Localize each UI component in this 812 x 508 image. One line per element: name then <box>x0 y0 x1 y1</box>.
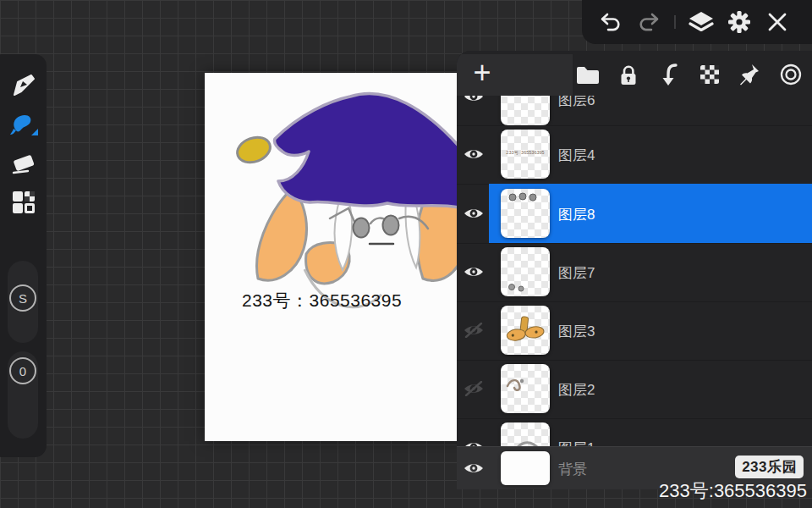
pin-icon <box>738 62 763 87</box>
layer-row-selected[interactable]: 图层8 <box>457 184 812 244</box>
layer-name: 背景 <box>558 460 587 479</box>
blend-spiral-button[interactable] <box>778 62 804 87</box>
brush-size-knob[interactable]: S <box>9 284 36 312</box>
eraser-icon <box>9 149 38 178</box>
redo-button[interactable] <box>634 8 664 36</box>
toolbar-divider <box>674 15 676 29</box>
layer-thumbnail <box>501 306 550 355</box>
layer-row-partial[interactable]: 图层6 <box>457 96 812 126</box>
folder-icon <box>575 64 601 86</box>
swatches-icon <box>9 188 38 217</box>
watermark-badge: 233乐园 <box>735 456 804 478</box>
merge-down-button[interactable] <box>656 62 682 87</box>
layers-icon <box>689 10 714 34</box>
swatches-tool[interactable] <box>0 183 47 222</box>
wizard-hat <box>274 94 475 212</box>
visibility-toggle[interactable] <box>463 96 485 104</box>
pen-tool[interactable] <box>0 66 47 105</box>
visibility-toggle[interactable] <box>463 206 485 221</box>
left-toolbar: S 0 <box>0 54 47 457</box>
watermark-id: 233号:365536395 <box>659 478 807 504</box>
canvas-id-text: 233号：365536395 <box>242 289 402 312</box>
canvas[interactable]: 233号：365536395 <box>205 73 475 441</box>
layer-thumbnail <box>501 364 550 413</box>
layer-row[interactable]: 图层7 <box>457 243 812 302</box>
layer-row-partial[interactable]: 图层1 <box>457 418 812 449</box>
brush-opacity-knob[interactable]: 0 <box>9 357 36 384</box>
merge-down-icon <box>658 63 680 86</box>
layer-name: 图层4 <box>558 146 595 165</box>
visibility-toggle-off[interactable] <box>463 381 485 396</box>
close-icon <box>767 12 787 32</box>
layer-name: 图层3 <box>558 322 595 341</box>
layers-panel: 图层6 233号: 365536395 图层4 <box>457 51 812 449</box>
pen-icon <box>9 71 38 100</box>
thumbnail-text: 233号: 365536395 <box>501 150 550 156</box>
undo-icon <box>600 12 622 32</box>
layer-name: 图层7 <box>558 263 595 283</box>
visibility-toggle[interactable] <box>463 146 485 162</box>
artwork-drawing <box>205 73 475 441</box>
top-toolbar <box>582 0 812 44</box>
spiral-icon <box>778 62 804 87</box>
layer-thumbnail <box>501 451 550 485</box>
layer-thumbnail <box>501 96 550 125</box>
brush-icon <box>8 109 40 140</box>
visibility-toggle[interactable] <box>463 461 485 476</box>
lock-icon <box>616 63 641 86</box>
brush-opacity-slider[interactable]: 0 <box>8 351 38 439</box>
layer-row[interactable]: 图层2 <box>457 360 812 419</box>
layers-panel-header: + <box>457 51 812 96</box>
layer-thumbnail: 233号: 365536395 <box>501 130 550 179</box>
layers-button[interactable] <box>686 8 716 36</box>
layer-thumbnail <box>501 422 550 449</box>
gear-icon <box>727 10 751 34</box>
layer-name: 图层6 <box>558 96 595 110</box>
add-layer-button[interactable]: + <box>465 54 499 91</box>
layer-name: 图层2 <box>558 380 595 400</box>
workspace-background: 233号：365536395 <box>0 0 812 508</box>
layer-name: 图层8 <box>558 205 595 224</box>
redo-icon <box>638 12 660 32</box>
settings-button[interactable] <box>724 8 754 36</box>
brush-tool[interactable] <box>0 105 47 144</box>
layer-thumbnail <box>501 247 550 296</box>
layer-row[interactable]: 图层3 <box>457 301 812 361</box>
checkerboard-icon <box>698 63 721 86</box>
pom-pom <box>233 133 273 167</box>
undo-button[interactable] <box>595 8 626 36</box>
brush-size-slider[interactable]: S <box>8 261 38 343</box>
layer-thumbnail <box>501 189 550 238</box>
eraser-tool[interactable] <box>0 144 47 183</box>
visibility-toggle[interactable] <box>463 264 485 279</box>
lock-layer-button[interactable] <box>616 62 641 87</box>
transparency-button[interactable] <box>697 62 722 87</box>
close-button[interactable] <box>762 8 793 36</box>
group-folder-button[interactable] <box>575 62 601 87</box>
pin-layer-button[interactable] <box>738 62 763 87</box>
visibility-toggle-off[interactable] <box>463 323 485 338</box>
layer-row[interactable]: 233号: 365536395 图层4 <box>457 125 812 185</box>
